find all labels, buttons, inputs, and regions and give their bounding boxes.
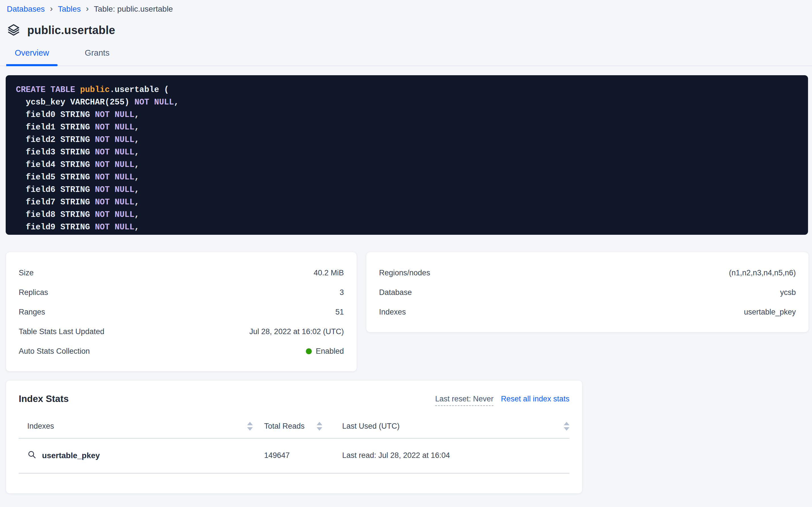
column-header-last-used: Last Used (UTC): [342, 422, 400, 431]
last-used-value: Last read: Jul 28, 2022 at 16:04: [335, 451, 569, 460]
replicas-value: 3: [339, 286, 344, 298]
column-header-indexes: Indexes: [27, 422, 54, 431]
chevron-right-icon: ›: [50, 5, 53, 12]
summary-row-auto-stats: Auto Stats Collection Enabled: [19, 345, 344, 357]
sort-icon[interactable]: [317, 422, 322, 431]
summary-row-database: Database ycsb: [379, 286, 796, 298]
summary-row-indexes: Indexes usertable_pkey: [379, 306, 796, 318]
database-value: ycsb: [780, 286, 796, 298]
summary-row-stats-updated: Table Stats Last Updated Jul 28, 2022 at…: [19, 326, 344, 338]
summary-label: Table Stats Last Updated: [19, 326, 105, 338]
summary-label: Indexes: [379, 306, 406, 318]
auto-stats-value: Enabled: [316, 345, 344, 357]
create-table-sql-block: CREATE TABLE public.usertable ( ycsb_key…: [6, 75, 808, 235]
summary-row-regions: Regions/nodes (n1,n2,n3,n4,n5,n6): [379, 267, 796, 279]
summary-row-size: Size 40.2 MiB: [19, 267, 344, 279]
breadcrumb-link-databases[interactable]: Databases: [7, 5, 45, 14]
index-stats-table: Indexes Total Reads Last Used (UTC): [19, 422, 569, 473]
table-details-card: Size 40.2 MiB Replicas 3 Ranges 51 Table…: [6, 252, 357, 372]
summary-label: Regions/nodes: [379, 267, 430, 279]
size-value: 40.2 MiB: [314, 267, 344, 279]
summary-label: Ranges: [19, 306, 45, 318]
sort-icon[interactable]: [564, 422, 569, 431]
breadcrumb: Databases › Tables › Table: public.usert…: [0, 0, 812, 14]
tab-bar: Overview Grants: [0, 48, 812, 66]
sql-code: CREATE TABLE public.usertable ( ycsb_key…: [16, 84, 798, 234]
summary-label: Auto Stats Collection: [19, 345, 90, 357]
regions-value: (n1,n2,n3,n4,n5,n6): [729, 267, 796, 279]
last-reset-label: Last reset: Never: [435, 395, 494, 406]
sort-icon[interactable]: [247, 422, 253, 431]
table-location-card: Regions/nodes (n1,n2,n3,n4,n5,n6) Databa…: [366, 252, 809, 332]
summary-label: Replicas: [19, 286, 48, 298]
summary-row-ranges: Ranges 51: [19, 306, 344, 318]
reset-index-stats-link[interactable]: Reset all index stats: [501, 395, 569, 403]
summary-label: Size: [19, 267, 34, 279]
indexes-value: usertable_pkey: [744, 306, 796, 318]
index-table-row[interactable]: usertable_pkey 149647 Last read: Jul 28,…: [19, 439, 569, 473]
breadcrumb-link-tables[interactable]: Tables: [58, 5, 81, 14]
page-title: public.usertable: [27, 24, 115, 37]
status-dot-icon: [306, 348, 312, 354]
summary-label: Database: [379, 286, 412, 298]
column-header-total-reads: Total Reads: [264, 422, 305, 431]
chevron-right-icon: ›: [86, 5, 89, 12]
table-stack-icon: [7, 23, 20, 37]
stats-updated-value: Jul 28, 2022 at 16:02 (UTC): [249, 326, 344, 338]
page-header: public.usertable: [7, 23, 812, 37]
total-reads-value: 149647: [264, 451, 335, 460]
index-stats-title: Index Stats: [19, 393, 69, 404]
search-icon: [27, 450, 36, 461]
summary-row-replicas: Replicas 3: [19, 286, 344, 298]
tab-overview[interactable]: Overview: [6, 48, 58, 66]
index-name[interactable]: usertable_pkey: [42, 451, 100, 460]
index-stats-card: Index Stats Last reset: Never Reset all …: [6, 380, 582, 494]
summary-cards: Size 40.2 MiB Replicas 3 Ranges 51 Table…: [6, 252, 809, 372]
breadcrumb-current: Table: public.usertable: [94, 5, 173, 14]
ranges-value: 51: [335, 306, 344, 318]
tab-grants[interactable]: Grants: [76, 48, 118, 66]
